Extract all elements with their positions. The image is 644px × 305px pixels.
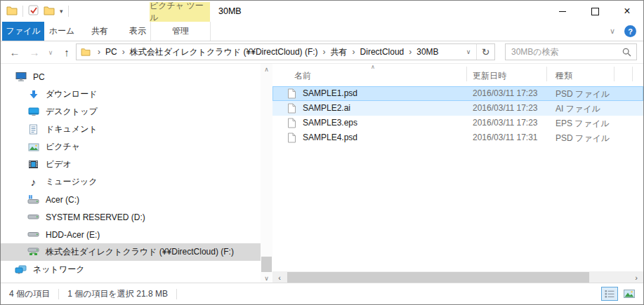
close-button[interactable]: × — [611, 1, 643, 22]
window-title: 30MB — [218, 1, 242, 22]
breadcrumb-item-drive-f[interactable]: 株式会社ダイレクトクラウド (¥¥DirectCloud) (F:) — [128, 46, 320, 58]
scroll-left-icon[interactable]: ‹ — [274, 271, 285, 283]
explorer-window: ▾ ピクチャ ツール 30MB × ファイル ホーム 共有 表示 管理 ∨ ? … — [0, 0, 644, 305]
sort-ascending-icon: ∧ — [371, 64, 375, 70]
sidebar-item-drive-c[interactable]: Acer (C:) — [1, 191, 261, 208]
column-header-name[interactable]: 名前 — [294, 70, 311, 82]
up-button[interactable]: ↑ — [58, 41, 75, 63]
sidebar-item-downloads[interactable]: ダウンロード — [1, 86, 261, 103]
horizontal-scrollbar[interactable]: ‹ › — [272, 271, 643, 283]
details-view-button[interactable] — [601, 287, 618, 301]
qat-folder-icon[interactable] — [44, 6, 55, 18]
sidebar-scrollbar[interactable]: ∧ ∨ — [261, 64, 272, 283]
column-header-type[interactable]: 種類 — [556, 70, 572, 82]
search-input[interactable] — [506, 47, 622, 57]
file-icon — [287, 118, 296, 130]
tab-view[interactable]: 表示 — [121, 22, 154, 41]
back-button[interactable]: ← — [5, 41, 25, 63]
breadcrumb-item-30mb[interactable]: 30MB — [414, 47, 440, 57]
thumbnail-view-button[interactable] — [621, 287, 638, 301]
sidebar-item-network[interactable]: ネットワーク — [1, 261, 261, 278]
quick-access-toolbar: ▾ — [6, 1, 69, 22]
column-divider[interactable] — [546, 67, 547, 81]
file-icon — [287, 88, 296, 101]
file-icon — [287, 133, 296, 145]
sidebar-item-videos[interactable]: ビデオ — [1, 156, 261, 173]
tab-file[interactable]: ファイル — [2, 22, 44, 41]
breadcrumb-separator[interactable]: › — [320, 47, 329, 57]
pictures-icon — [27, 142, 39, 153]
view-switcher — [601, 287, 638, 301]
scroll-up-icon[interactable]: ∧ — [261, 64, 272, 74]
navigation-pane: PC ダウンロード デスクトップ — [1, 64, 261, 283]
window-controls: × — [546, 1, 643, 22]
sidebar-item-drive-e[interactable]: HDD-Acer (E:) — [1, 226, 261, 243]
qat-separator — [68, 6, 69, 17]
sidebar-item-desktop[interactable]: デスクトップ — [1, 103, 261, 121]
document-icon — [27, 124, 39, 135]
scroll-down-icon[interactable]: ∨ — [261, 273, 272, 283]
main-area: PC ダウンロード デスクトップ — [1, 64, 643, 283]
thumbnail-view-icon — [624, 290, 635, 298]
column-header-modified[interactable]: 更新日時 — [473, 70, 506, 82]
tab-share[interactable]: 共有 — [84, 22, 116, 41]
address-folder-icon — [81, 48, 91, 56]
file-list: ∧ 名前 更新日時 種類 SAMPLE1.psd 2016/03/11 17:2… — [272, 64, 643, 283]
qat-check-icon[interactable] — [28, 5, 39, 18]
details-view-icon — [605, 290, 615, 298]
file-row-sample4[interactable]: SAMPLE4.psd 2016/03/11 17:31 PSD ファイル — [272, 130, 643, 145]
sidebar-item-drive-d[interactable]: SYSTEM RESERVED (D:) — [1, 208, 261, 226]
collapse-ribbon-icon[interactable]: ∨ — [610, 27, 615, 36]
help-button[interactable]: ? — [624, 25, 636, 37]
network-drive-icon — [27, 247, 39, 258]
explorer-folder-icon — [6, 6, 18, 18]
address-box[interactable]: › PC › 株式会社ダイレクトクラウド (¥¥DirectCloud) (F:… — [76, 43, 495, 60]
breadcrumb-item-pc[interactable]: PC — [103, 47, 119, 57]
maximize-button[interactable] — [579, 1, 611, 22]
column-headers: ∧ 名前 更新日時 種類 — [272, 64, 643, 86]
tab-manage[interactable]: 管理 — [150, 22, 211, 41]
sidebar-item-drive-f-directcloud[interactable]: 株式会社ダイレクトクラウド (¥¥DirectCloud) (F:) — [1, 243, 261, 261]
network-icon — [15, 264, 27, 276]
address-dropdown-chevron-icon[interactable]: ∨ — [461, 44, 476, 60]
minimize-button[interactable] — [546, 1, 579, 22]
file-row-sample2[interactable]: SAMPLE2.ai 2016/03/11 17:23 AI ファイル — [272, 101, 643, 116]
horizontal-scrollbar-thumb[interactable] — [287, 272, 589, 283]
breadcrumb-separator[interactable]: › — [350, 47, 358, 57]
maximize-icon — [591, 8, 599, 15]
sidebar-item-pictures[interactable]: ピクチャ — [1, 138, 261, 156]
recent-locations-chevron-icon[interactable]: ∨ — [44, 41, 57, 63]
column-divider[interactable] — [614, 67, 615, 81]
file-icon — [287, 103, 296, 116]
sidebar-item-pc[interactable]: PC — [1, 68, 261, 86]
ribbon-tabs: ファイル ホーム 共有 表示 管理 ∨ ? — [1, 22, 643, 41]
items-count: 4 個の項目 — [1, 288, 58, 300]
desktop-icon — [27, 107, 39, 118]
breadcrumb-separator[interactable]: › — [119, 47, 128, 57]
contextual-tab-group-label: ピクチャ ツール — [150, 2, 210, 22]
scroll-right-icon[interactable]: › — [631, 271, 642, 283]
sidebar-scrollbar-thumb[interactable] — [261, 257, 272, 272]
system-drive-icon — [27, 194, 39, 205]
column-divider[interactable] — [632, 67, 633, 81]
pc-icon — [15, 72, 27, 83]
search-box — [505, 43, 637, 60]
refresh-button[interactable]: ↻ — [476, 44, 494, 60]
qat-customize-chevron-icon[interactable]: ▾ — [60, 8, 63, 15]
column-divider[interactable] — [466, 67, 467, 81]
status-separator — [176, 289, 177, 299]
breadcrumb-separator[interactable]: › — [406, 47, 414, 57]
file-row-sample1[interactable]: SAMPLE1.psd 2016/03/11 17:23 PSD ファイル — [272, 86, 643, 101]
sidebar-item-documents[interactable]: ドキュメント — [1, 121, 261, 138]
sidebar-item-music[interactable]: ♪ ミュージック — [1, 173, 261, 191]
file-row-sample3[interactable]: SAMPLE3.eps 2016/03/11 17:23 EPS ファイル — [272, 116, 643, 130]
breadcrumb: › PC › 株式会社ダイレクトクラウド (¥¥DirectCloud) (F:… — [77, 44, 461, 60]
address-bar: ← → ∨ ↑ › PC › 株式会社ダイレクトクラウド (¥¥DirectCl… — [1, 41, 643, 64]
breadcrumb-item-directcloud[interactable]: DirectCloud — [358, 47, 407, 57]
drive-icon — [27, 212, 39, 223]
search-icon[interactable] — [622, 48, 631, 57]
selection-summary: 1 個の項目を選択 21.8 MB — [59, 288, 176, 300]
tab-home[interactable]: ホーム — [46, 22, 78, 41]
breadcrumb-item-share[interactable]: 共有 — [329, 46, 350, 58]
forward-button[interactable]: → — [26, 41, 43, 63]
